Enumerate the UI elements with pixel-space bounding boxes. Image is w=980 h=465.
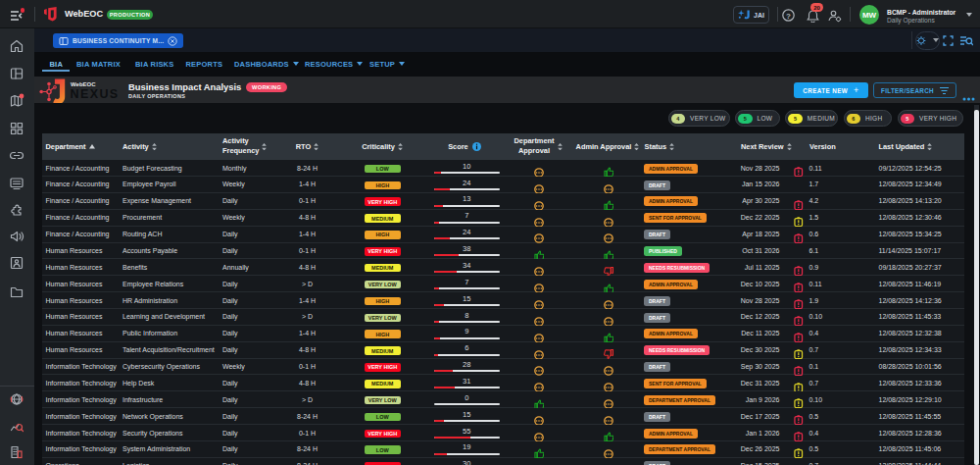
- svg-text:?: ?: [786, 12, 791, 21]
